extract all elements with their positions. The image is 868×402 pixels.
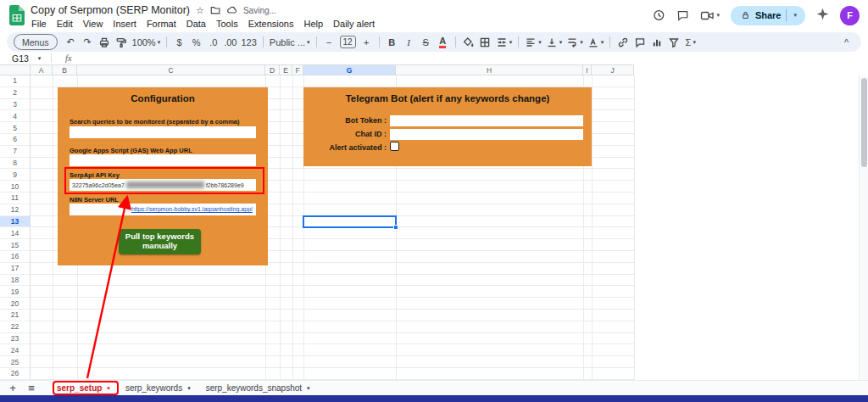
tab-serp-keywords-snapshot[interactable]: serp_keywords_snapshot ▾ (198, 381, 318, 395)
undo-icon[interactable]: ↶ (63, 34, 79, 50)
row-header[interactable]: 12 (0, 204, 30, 216)
row-header[interactable]: 16 (0, 251, 30, 263)
merge-cells-icon[interactable]: ▾ (494, 34, 515, 50)
insert-chart-icon[interactable] (648, 34, 665, 50)
font-select[interactable]: Public ...▾ (268, 34, 312, 50)
zoom-select[interactable]: 100%▾ (131, 34, 163, 50)
functions-button[interactable]: Σ▾ (682, 34, 698, 50)
n8n-url-input[interactable]: https://serpmon-bobby.sv1.lagoanhosting.… (70, 204, 256, 215)
comments-icon[interactable] (676, 9, 689, 22)
row-header[interactable]: 21 (0, 310, 30, 321)
column-header[interactable]: J (592, 64, 634, 75)
strikethrough-button[interactable]: S (418, 34, 434, 50)
chevron-down-icon[interactable]: ▾ (38, 55, 42, 62)
share-button[interactable]: Share ▾ (731, 6, 805, 25)
star-icon[interactable]: ☆ (196, 6, 204, 15)
menu-item[interactable]: Data (181, 19, 211, 29)
italic-button[interactable]: I (401, 34, 417, 50)
row-header[interactable]: 15 (0, 239, 30, 251)
row-header[interactable]: 23 (0, 333, 30, 345)
menu-item[interactable]: Daily alert (328, 19, 380, 29)
menu-item[interactable]: Tools (211, 19, 243, 29)
menu-item[interactable]: Help (298, 19, 328, 29)
insert-comment-icon[interactable] (632, 34, 648, 50)
vertical-scrollbar[interactable] (859, 75, 868, 380)
column-header[interactable]: C (77, 64, 265, 75)
row-header[interactable]: 26 (0, 368, 30, 380)
move-folder-icon[interactable] (210, 5, 220, 15)
row-header[interactable]: 2 (0, 87, 30, 99)
column-header[interactable]: F (292, 64, 303, 75)
column-header-selected[interactable]: G (303, 64, 396, 75)
scrollbar-thumb[interactable] (861, 78, 867, 167)
row-header[interactable]: 1 (0, 75, 30, 87)
menu-item[interactable]: Insert (108, 19, 142, 29)
spreadsheet-grid[interactable]: 1234567891011121314151617181920212223242… (0, 75, 868, 380)
borders-icon[interactable] (477, 34, 493, 50)
column-header[interactable]: B (53, 64, 77, 75)
collapse-toolbar-icon[interactable]: ^ (838, 34, 854, 50)
menu-item[interactable]: Extensions (243, 19, 299, 29)
redo-icon[interactable]: ↷ (80, 34, 96, 50)
row-header[interactable]: 3 (0, 99, 30, 111)
vertical-align-icon[interactable]: ▾ (544, 34, 565, 50)
text-color-button[interactable]: A (439, 36, 446, 48)
column-header[interactable]: H (396, 64, 583, 75)
row-header[interactable]: 22 (0, 321, 30, 333)
tab-serp-keywords[interactable]: serp_keywords ▾ (118, 381, 198, 395)
n8n-url-link[interactable]: https://serpmon-bobby.sv1.lagoanhosting.… (70, 204, 256, 215)
row-header[interactable]: 24 (0, 344, 30, 356)
sheets-logo-icon[interactable] (9, 5, 25, 29)
chevron-down-icon[interactable]: ▾ (187, 385, 191, 392)
paint-format-icon[interactable] (114, 34, 130, 50)
row-header[interactable]: 4 (0, 110, 30, 122)
decrease-font-size-button[interactable]: − (321, 34, 337, 50)
column-header[interactable]: A (31, 64, 53, 75)
menu-item[interactable]: Format (142, 19, 181, 29)
chevron-down-icon[interactable]: ▾ (307, 385, 310, 392)
row-header[interactable]: 10 (0, 181, 30, 193)
add-sheet-button[interactable]: + (3, 381, 22, 395)
row-headers[interactable]: 1234567891011121314151617181920212223242… (0, 75, 31, 380)
bot-token-input[interactable] (390, 115, 583, 126)
row-header[interactable]: 18 (0, 275, 30, 287)
print-icon[interactable] (97, 34, 113, 50)
menu-item[interactable]: File (26, 19, 52, 29)
insert-link-icon[interactable] (615, 34, 631, 50)
text-wrap-icon[interactable]: ▾ (565, 34, 585, 50)
row-header[interactable]: 20 (0, 298, 30, 310)
row-header[interactable]: 5 (0, 122, 30, 134)
text-rotation-icon[interactable]: ▾ (586, 34, 606, 50)
column-header[interactable]: D (265, 64, 280, 75)
select-all-corner[interactable] (0, 64, 31, 75)
name-box[interactable]: G13 ▾ (0, 53, 49, 64)
gemini-sparkle-icon[interactable] (816, 8, 829, 24)
chevron-down-icon[interactable]: ▾ (793, 12, 797, 19)
filter-icon[interactable] (665, 34, 682, 50)
gas-url-input[interactable] (70, 154, 256, 166)
increase-decimal-button[interactable]: .00 (222, 34, 238, 50)
menus-search-button[interactable]: Menus (14, 34, 58, 50)
account-avatar[interactable]: F (840, 6, 860, 25)
row-header[interactable]: 14 (0, 227, 30, 239)
meet-presentation-button[interactable]: ▾ (700, 9, 720, 22)
menu-item[interactable]: Edit (52, 19, 78, 29)
fill-color-icon[interactable] (460, 34, 476, 50)
pull-keywords-button[interactable]: Pull top keywords manually (119, 229, 201, 254)
all-sheets-icon[interactable]: ≡ (22, 381, 41, 395)
document-title[interactable]: Copy of Serpmon (SERP Monitor) (31, 4, 190, 16)
horizontal-align-icon[interactable]: ▾ (523, 34, 543, 50)
decrease-decimal-button[interactable]: .0 (205, 34, 221, 50)
currency-format-button[interactable]: $ (171, 34, 187, 50)
row-header[interactable]: 25 (0, 356, 30, 368)
menu-item[interactable]: View (78, 19, 108, 29)
row-header[interactable]: 6 (0, 134, 30, 146)
font-size-input[interactable]: 12 (340, 36, 356, 48)
queries-input[interactable] (70, 126, 256, 138)
chevron-down-icon[interactable]: ▾ (716, 12, 720, 19)
row-header[interactable]: 19 (0, 286, 30, 298)
column-header[interactable]: I (583, 64, 592, 75)
row-header[interactable]: 8 (0, 158, 30, 170)
fill-handle[interactable] (393, 225, 398, 230)
row-header[interactable]: 17 (0, 263, 30, 275)
